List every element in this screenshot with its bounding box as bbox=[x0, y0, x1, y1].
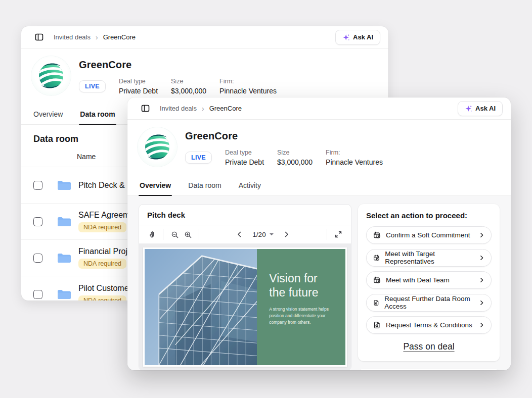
window-header: Invited deals › GreenCore Ask AI bbox=[21, 26, 388, 48]
overview-content: Pitch deck 1/20 bbox=[127, 196, 511, 370]
action-request-data-room-access[interactable]: Request Further Data Room Access bbox=[366, 294, 492, 312]
pitch-deck-card: Pitch deck 1/20 bbox=[139, 204, 351, 370]
calendar-clock-icon bbox=[373, 231, 381, 239]
ask-ai-button[interactable]: Ask AI bbox=[458, 101, 503, 116]
chevron-right-icon bbox=[479, 232, 484, 238]
company-logo bbox=[138, 127, 177, 167]
calendar-clock-icon bbox=[373, 254, 380, 262]
pdf-stage: Vision for the future A strong vision st… bbox=[139, 244, 351, 370]
page-navigation: 1/20 bbox=[233, 228, 293, 241]
folder-icon bbox=[57, 252, 72, 265]
description-card: Description Green core refers to the ene… bbox=[358, 369, 500, 370]
folder-name: SAFE Agreem bbox=[78, 211, 129, 220]
pdf-toolbar: 1/20 bbox=[139, 225, 351, 244]
slide-heading: Vision for the future bbox=[269, 271, 336, 300]
breadcrumb-separator-icon: › bbox=[202, 105, 204, 113]
deal-firm-stat: Firm: Pinnacle Ventures bbox=[219, 78, 277, 95]
zoom-out-icon[interactable] bbox=[168, 228, 181, 241]
deal-size-stat: Size $3,000,000 bbox=[171, 78, 206, 95]
toolbar-divider bbox=[327, 229, 327, 240]
folder-icon bbox=[57, 179, 72, 192]
status-badge: LIVE bbox=[79, 80, 106, 92]
tab-data-room[interactable]: Data room bbox=[80, 104, 115, 124]
chevron-right-icon bbox=[479, 300, 484, 306]
chevron-right-icon bbox=[479, 322, 484, 328]
next-page-icon[interactable] bbox=[280, 228, 293, 241]
deal-name: GreenCore bbox=[79, 59, 277, 71]
action-meet-deal-team[interactable]: Meet with Deal Team bbox=[366, 271, 492, 289]
nda-required-badge: NDA required bbox=[78, 222, 126, 232]
row-checkbox[interactable] bbox=[33, 290, 42, 299]
deal-tabs: Overview Data room Activity bbox=[127, 175, 511, 196]
file-signature-icon bbox=[373, 299, 379, 307]
breadcrumb-current: GreenCore bbox=[209, 105, 242, 112]
deal-header: GreenCore LIVE Deal type Private Debt Si… bbox=[127, 120, 511, 175]
row-checkbox[interactable] bbox=[33, 254, 42, 263]
previous-page-icon[interactable] bbox=[233, 228, 246, 241]
nda-required-badge: NDA required bbox=[78, 259, 126, 269]
actions-heading: Select an action to proceed: bbox=[366, 211, 492, 220]
toolbar-divider bbox=[199, 229, 199, 240]
deal-firm-stat: Firm: Pinnacle Ventures bbox=[326, 149, 383, 166]
company-logo bbox=[31, 56, 71, 95]
tab-overview[interactable]: Overview bbox=[33, 104, 63, 124]
file-signature-icon bbox=[373, 321, 381, 329]
deal-header: GreenCore LIVE Deal type Private Debt Si… bbox=[21, 48, 388, 104]
sidebar-toggle-icon[interactable] bbox=[140, 103, 151, 114]
breadcrumb-current: GreenCore bbox=[103, 33, 136, 41]
action-meet-target-representatives[interactable]: Meet with Target Representatives bbox=[366, 249, 492, 267]
folder-name: Pitch Deck & I bbox=[78, 181, 129, 190]
breadcrumb-separator-icon: › bbox=[96, 33, 98, 41]
calendar-clock-icon bbox=[373, 276, 381, 284]
chevron-right-icon bbox=[479, 255, 484, 261]
slide-building-photo bbox=[145, 249, 257, 365]
slide-page: Vision for the future A strong vision st… bbox=[143, 247, 347, 367]
fullscreen-icon[interactable] bbox=[332, 228, 345, 241]
right-column: Select an action to proceed: Confirm a S… bbox=[358, 204, 500, 367]
toolbar-divider bbox=[163, 229, 163, 240]
folder-name: Financial Proje bbox=[78, 247, 132, 256]
sparkle-icon bbox=[465, 105, 472, 112]
sparkle-icon bbox=[342, 34, 349, 41]
action-request-terms-conditions[interactable]: Request Terms & Conditions bbox=[366, 316, 492, 334]
slide-text-panel: Vision for the future A strong vision st… bbox=[257, 249, 345, 365]
folder-icon bbox=[57, 215, 72, 228]
tab-activity[interactable]: Activity bbox=[239, 175, 261, 195]
page-indicator-dropdown[interactable]: 1/20 bbox=[252, 231, 273, 238]
deal-name: GreenCore bbox=[185, 130, 383, 142]
tab-data-room[interactable]: Data room bbox=[188, 175, 221, 195]
status-badge: LIVE bbox=[185, 152, 212, 164]
pan-tool-icon[interactable] bbox=[145, 228, 158, 241]
row-checkbox[interactable] bbox=[33, 217, 42, 226]
sidebar-toggle-icon[interactable] bbox=[33, 32, 45, 43]
breadcrumb-root[interactable]: Invited deals bbox=[54, 33, 91, 41]
deal-window-front: Invited deals › GreenCore Ask AI GreenCo… bbox=[127, 97, 511, 370]
deal-size-stat: Size $3,000,000 bbox=[277, 149, 313, 166]
folder-icon bbox=[57, 288, 72, 301]
action-confirm-soft-commitment[interactable]: Confirm a Soft Commitment bbox=[366, 226, 492, 244]
folder-name: Pilot Custome bbox=[78, 284, 129, 293]
zoom-in-icon[interactable] bbox=[181, 228, 194, 241]
nda-required-badge: NDA required bbox=[78, 295, 126, 301]
pass-on-deal-link[interactable]: Pass on deal bbox=[366, 341, 492, 352]
deal-type-stat: Deal type Private Debt bbox=[119, 78, 158, 95]
pitch-deck-title: Pitch deck bbox=[139, 205, 351, 225]
ask-ai-button[interactable]: Ask AI bbox=[335, 30, 380, 45]
tab-overview[interactable]: Overview bbox=[140, 175, 171, 195]
deal-type-stat: Deal type Private Debt bbox=[225, 149, 264, 166]
window-header: Invited deals › GreenCore Ask AI bbox=[127, 97, 511, 120]
breadcrumb-root[interactable]: Invited deals bbox=[160, 105, 197, 112]
slide-body: A strong vision statement helps position… bbox=[269, 306, 336, 325]
chevron-right-icon bbox=[479, 277, 484, 283]
chevron-down-icon bbox=[270, 233, 274, 235]
row-checkbox[interactable] bbox=[33, 181, 42, 190]
actions-card: Select an action to proceed: Confirm a S… bbox=[358, 204, 500, 361]
